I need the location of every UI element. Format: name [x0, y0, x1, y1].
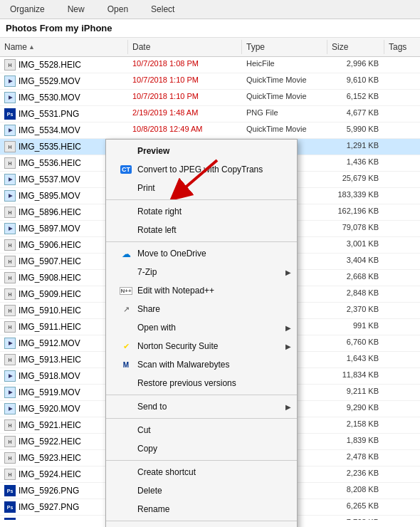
ctx-item-preview[interactable]: Preview: [106, 142, 297, 160]
ctx-item-onedrive[interactable]: ☁ Move to OneDrive: [106, 244, 297, 263]
file-type: PNG File: [242, 107, 327, 121]
ctx-item-cut[interactable]: Cut: [106, 421, 297, 439]
ctx-item-label: Rotate left: [137, 225, 283, 235]
ctx-item-malwarebytes[interactable]: M Scan with Malwarebytes: [106, 355, 297, 374]
file-name: IMG_5913.HEIC: [19, 355, 81, 365]
ctx-icon: [120, 466, 132, 478]
file-name: IMG_5531.PNG: [19, 109, 79, 119]
file-name: IMG_5921.HEIC: [19, 420, 81, 430]
file-name: IMG_5923.HEIC: [19, 453, 81, 463]
ctx-item-norton[interactable]: ✔ Norton Security Suite ▶: [106, 337, 297, 355]
table-row[interactable]: ▶ IMG_5529.MOV 10/7/2018 1:10 PM QuickTi…: [0, 73, 420, 90]
new-button[interactable]: New: [63, 3, 89, 16]
file-size: 9,610 KB: [327, 74, 384, 88]
ctx-icon: [120, 443, 132, 454]
file-type: QuickTime Movie: [242, 74, 327, 88]
file-type-icon: ▶: [4, 92, 16, 103]
file-tags: [384, 516, 420, 520]
file-size: 2,158 KB: [327, 418, 384, 432]
ctx-icon: ↗: [120, 303, 132, 315]
ctx-item-share[interactable]: ↗ Share: [106, 300, 297, 318]
ctx-item-label: Rename: [137, 504, 283, 514]
file-type: QuickTime Movie: [242, 90, 327, 105]
ctx-item-label: Edit with Notepad++: [137, 286, 283, 296]
file-type-icon: Ps: [4, 108, 16, 120]
ctx-item-notepad[interactable]: N++ Edit with Notepad++: [106, 281, 297, 300]
file-name: IMG_5908.HEIC: [19, 273, 81, 283]
file-type-icon: H: [4, 272, 16, 283]
file-size: 1,839 KB: [327, 434, 384, 449]
ctx-item-copy[interactable]: Copy: [106, 439, 297, 458]
table-row[interactable]: ▶ IMG_5530.MOV 10/7/2018 1:10 PM QuickTi…: [0, 90, 420, 106]
file-size: 9,290 KB: [327, 402, 384, 416]
file-tags: [384, 189, 420, 203]
file-tags: [384, 303, 420, 318]
ctx-item-label: Restore previous versions: [137, 378, 283, 388]
ctx-item-label: Scan with Malwarebytes: [137, 360, 283, 370]
file-size: 2,668 KB: [327, 271, 384, 285]
table-row[interactable]: Ps IMG_5531.PNG 2/19/2019 1:48 AM PNG Fi…: [0, 106, 420, 122]
ctx-item-label: Convert to JPEG with CopyTrans: [137, 165, 283, 174]
file-tags: [384, 336, 420, 350]
file-tags: [384, 402, 420, 416]
ctx-item-restore[interactable]: Restore previous versions: [106, 374, 297, 392]
file-tags: [384, 156, 420, 170]
ctx-item-label: Norton Security Suite: [137, 341, 283, 351]
ctx-item-rotate-left[interactable]: Rotate left: [106, 221, 297, 239]
organize-button[interactable]: Organize: [6, 3, 49, 16]
file-name: IMG_5926.PNG: [19, 486, 79, 496]
file-tags: [384, 369, 420, 383]
col-name[interactable]: Name ▲: [0, 40, 128, 54]
file-tags: [384, 74, 420, 88]
file-type-icon: H: [4, 157, 16, 169]
file-name: IMG_5911.HEIC: [19, 322, 81, 332]
ctx-item-delete[interactable]: Delete: [106, 481, 297, 500]
ctx-item-shortcut[interactable]: Create shortcut: [106, 463, 297, 481]
file-type: QuickTime Movie: [242, 123, 327, 137]
file-type-icon: H: [4, 436, 16, 447]
ctx-item-convert[interactable]: CT Convert to JPEG with CopyTrans: [106, 160, 297, 179]
file-size: 183,339 KB: [327, 189, 384, 203]
ctx-item-label: Print: [137, 183, 283, 193]
file-date: 10/7/2018 1:10 PM: [128, 74, 242, 88]
col-type[interactable]: Type: [242, 40, 327, 54]
col-tags-label: Tags: [389, 42, 406, 52]
file-tags: [384, 172, 420, 187]
col-size[interactable]: Size: [327, 40, 384, 54]
table-row[interactable]: ▶ IMG_5534.MOV 10/8/2018 12:49 AM QuickT…: [0, 122, 420, 139]
ctx-item-label: Create shortcut: [137, 467, 283, 477]
ctx-separator: [106, 460, 297, 461]
file-size: 4,677 KB: [327, 107, 384, 121]
ctx-item-label: Send to: [137, 402, 283, 412]
file-size: 25,679 KB: [327, 172, 384, 187]
ctx-item-rotate-right[interactable]: Rotate right: [106, 202, 297, 221]
table-row[interactable]: H IMG_5528.HEIC 10/7/2018 1:08 PM HeicFi…: [0, 57, 420, 73]
col-tags[interactable]: Tags: [384, 40, 420, 54]
open-button[interactable]: Open: [103, 3, 132, 16]
file-type-icon: H: [4, 288, 16, 300]
file-type-icon: H: [4, 354, 16, 365]
ctx-item-print[interactable]: Print: [106, 179, 297, 197]
file-type-icon: ▶: [4, 403, 16, 414]
ctx-item-rename[interactable]: Rename: [106, 500, 297, 518]
file-size: 991 KB: [327, 320, 384, 334]
file-name: IMG_5535.HEIC: [19, 142, 81, 152]
file-type-icon: H: [4, 256, 16, 267]
ctx-item-send-to[interactable]: Send to ▶: [106, 397, 297, 416]
ctx-icon: [120, 266, 132, 278]
ctx-icon: M: [120, 359, 132, 370]
file-date: 2/19/2019 1:48 AM: [128, 107, 242, 121]
ctx-item-7zip[interactable]: 7-Zip ▶: [106, 263, 297, 281]
file-name: IMG_5910.HEIC: [19, 306, 81, 315]
ctx-item-properties[interactable]: Properties: [106, 523, 297, 527]
file-name: IMG_5909.HEIC: [19, 289, 81, 299]
ctx-separator: [106, 241, 297, 242]
col-date[interactable]: Date: [128, 40, 242, 54]
ctx-item-open-with[interactable]: Open with ▶: [106, 318, 297, 337]
file-type-icon: H: [4, 141, 16, 152]
ctx-item-label: Open with: [137, 323, 283, 333]
select-button[interactable]: Select: [147, 3, 179, 16]
top-bar: Organize New Open Select: [0, 0, 420, 19]
file-name: IMG_5534.MOV: [19, 125, 80, 135]
file-size: 7,768 KB: [327, 516, 384, 520]
